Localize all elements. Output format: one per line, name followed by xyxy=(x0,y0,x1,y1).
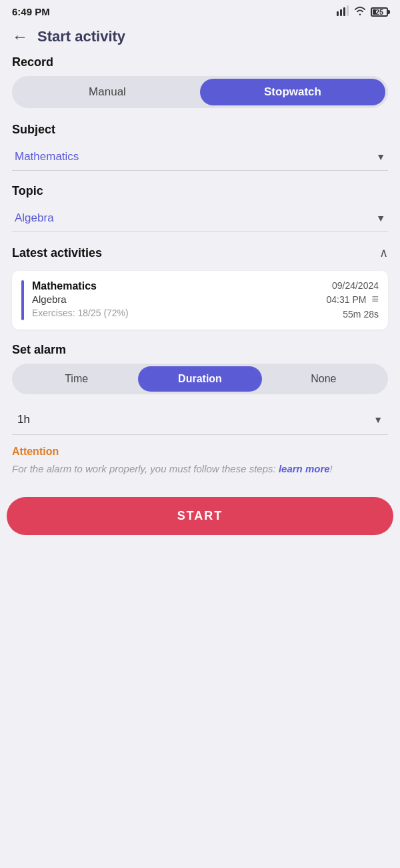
status-time: 6:49 PM xyxy=(12,6,50,17)
attention-section: Attention For the alarm to work properly… xyxy=(12,446,388,477)
activity-card: Mathematics Algebra Exercises: 18/25 (72… xyxy=(12,271,388,330)
topic-section: Topic Algebra ▼ xyxy=(12,184,388,232)
activity-info: Mathematics Algebra Exercises: 18/25 (72… xyxy=(32,280,319,320)
svg-rect-1 xyxy=(340,9,342,16)
subject-value: Mathematics xyxy=(15,150,79,163)
start-button-container: START xyxy=(0,497,400,555)
subject-label: Subject xyxy=(12,123,388,137)
header: ← Start activity xyxy=(0,21,400,55)
record-manual-option[interactable]: Manual xyxy=(15,79,200,105)
attention-title: Attention xyxy=(12,446,388,458)
learn-more-link[interactable]: learn more xyxy=(279,463,330,474)
topic-label: Topic xyxy=(12,184,388,198)
subject-section: Subject Mathematics ▼ xyxy=(12,123,388,171)
alarm-duration-option[interactable]: Duration xyxy=(138,366,261,392)
activity-meta: 09/24/2024 04:31 PM ≡ 55m 28s xyxy=(327,280,379,320)
duration-value: 1h xyxy=(17,413,30,426)
subject-dropdown[interactable]: Mathematics ▼ xyxy=(12,143,388,171)
alarm-label: Set alarm xyxy=(12,343,388,357)
svg-rect-3 xyxy=(347,5,349,16)
record-label: Record xyxy=(12,55,388,69)
activity-date: 09/24/2024 xyxy=(332,280,379,291)
alarm-none-option[interactable]: None xyxy=(262,366,385,392)
activity-subject: Mathematics xyxy=(32,280,319,292)
activity-duration: 55m 28s xyxy=(343,309,379,320)
alarm-toggle-group: Time Duration None xyxy=(12,364,388,394)
svg-rect-2 xyxy=(343,7,345,16)
record-section: Record Manual Stopwatch xyxy=(12,55,388,108)
activity-topic: Algebra xyxy=(32,294,319,305)
status-bar: 6:49 PM 25 xyxy=(0,0,400,21)
record-stopwatch-option[interactable]: Stopwatch xyxy=(200,79,385,105)
page-title: Start activity xyxy=(37,28,125,45)
topic-value: Algebra xyxy=(15,211,54,225)
record-toggle-group: Manual Stopwatch xyxy=(12,76,388,108)
topic-dropdown[interactable]: Algebra ▼ xyxy=(12,205,388,232)
activity-time-row: 04:31 PM ≡ xyxy=(327,292,379,306)
activity-time: 04:31 PM xyxy=(327,294,367,305)
alarm-time-option[interactable]: Time xyxy=(15,366,138,392)
subject-arrow-icon: ▼ xyxy=(376,151,385,162)
wifi-icon xyxy=(353,5,367,18)
latest-activities-section: Latest activities ∧ Mathematics Algebra … xyxy=(12,246,388,330)
main-content: Record Manual Stopwatch Subject Mathemat… xyxy=(0,55,400,477)
signal-icon xyxy=(336,5,349,18)
activity-exercises: Exercises: 18/25 (72%) xyxy=(32,308,319,318)
activity-bar xyxy=(21,280,24,320)
back-button[interactable]: ← xyxy=(12,27,28,46)
battery-icon: 25 xyxy=(371,7,388,17)
status-icons: 25 xyxy=(336,5,388,18)
svg-rect-0 xyxy=(337,11,339,16)
duration-arrow-icon: ▼ xyxy=(373,414,383,425)
activities-header: Latest activities ∧ xyxy=(12,246,388,260)
activities-title: Latest activities xyxy=(12,246,102,260)
activities-chevron-icon[interactable]: ∧ xyxy=(379,246,388,260)
set-alarm-section: Set alarm Time Duration None 1h ▼ Attent… xyxy=(12,343,388,477)
start-button[interactable]: START xyxy=(7,497,393,535)
topic-arrow-icon: ▼ xyxy=(376,213,385,224)
attention-text: For the alarm to work properly, you must… xyxy=(12,462,388,477)
duration-dropdown[interactable]: 1h ▼ xyxy=(12,405,388,435)
activity-list-icon[interactable]: ≡ xyxy=(371,292,379,306)
